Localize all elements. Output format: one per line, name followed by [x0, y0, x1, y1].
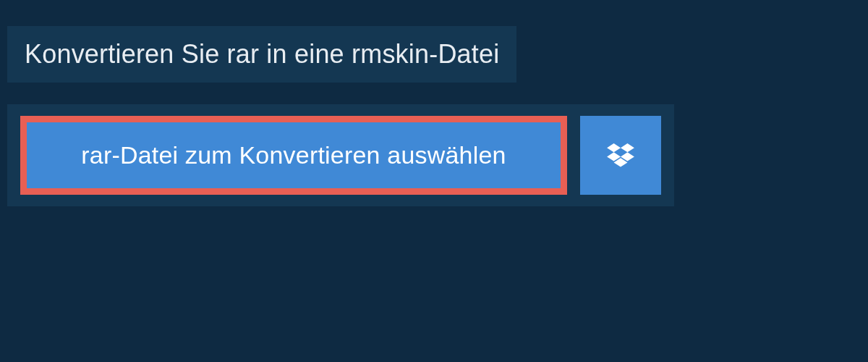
svg-marker-0	[607, 143, 621, 152]
dropbox-button[interactable]	[580, 116, 661, 195]
svg-marker-1	[621, 143, 634, 152]
select-file-label: rar-Datei zum Konvertieren auswählen	[81, 141, 506, 169]
header-bar: Konvertieren Sie rar in eine rmskin-Date…	[7, 26, 516, 83]
dropbox-icon	[606, 141, 635, 170]
select-file-button[interactable]: rar-Datei zum Konvertieren auswählen	[20, 116, 567, 195]
page-title: Konvertieren Sie rar in eine rmskin-Date…	[25, 39, 499, 70]
upload-panel: rar-Datei zum Konvertieren auswählen	[7, 104, 674, 206]
